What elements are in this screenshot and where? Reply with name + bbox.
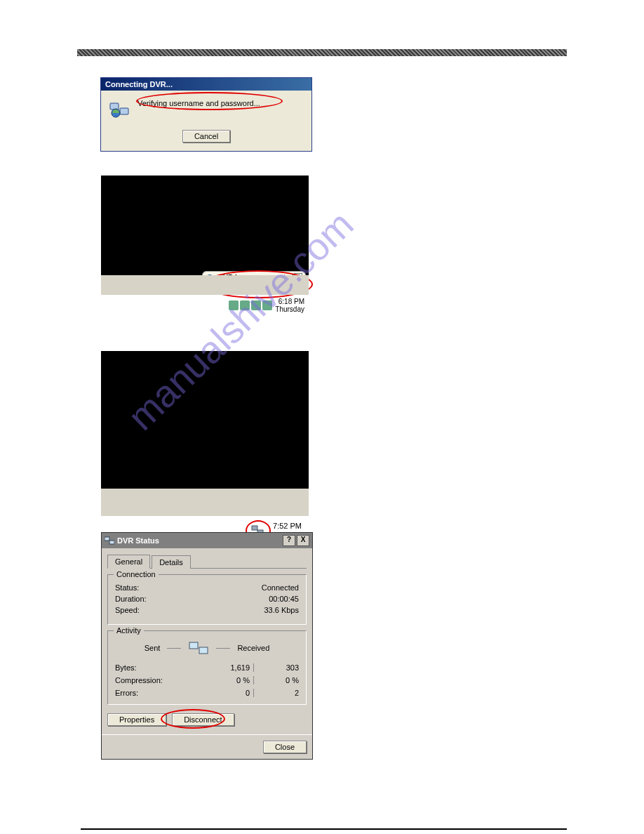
taskbar: 6:18 PM Thursday: [101, 275, 309, 295]
divider: [216, 648, 230, 649]
tray-icons: [229, 300, 272, 310]
network-monitors-icon: [105, 536, 114, 545]
tray-icon[interactable]: [262, 300, 272, 310]
svg-rect-9: [189, 642, 198, 649]
tray-icon[interactable]: [251, 300, 261, 310]
clock-time: 7:52 PM: [269, 521, 302, 531]
errors-sent: 0: [208, 689, 250, 697]
svg-rect-8: [109, 541, 114, 544]
bytes-label: Bytes:: [115, 663, 208, 672]
connection-group: Connection Status: Connected Duration: 0…: [107, 574, 307, 625]
svg-rect-7: [105, 537, 109, 541]
tray-clock: 6:18 PM Thursday: [275, 298, 304, 313]
highlight-oval: [136, 92, 283, 110]
speed-value: 33.6 Kbps: [264, 606, 299, 614]
taskbar: 7:52 PM Thursday: [101, 489, 309, 516]
compression-label: Compression:: [115, 676, 208, 684]
group-legend: Connection: [114, 570, 159, 578]
group-legend: Activity: [114, 626, 144, 635]
connecting-dialog: Connecting DVR... Verifying username and…: [100, 77, 312, 152]
clock-time: 6:18 PM: [275, 298, 304, 305]
activity-group: Activity Sent Received Bytes: 1,619 303: [107, 630, 307, 705]
svg-rect-10: [199, 647, 208, 654]
tab-details[interactable]: Details: [152, 555, 191, 569]
help-button[interactable]: ?: [283, 535, 295, 546]
errors-label: Errors:: [115, 689, 208, 697]
svg-rect-0: [110, 103, 119, 110]
divider: [253, 676, 254, 684]
bytes-received: 303: [257, 663, 299, 672]
sent-label: Sent: [145, 644, 161, 652]
footer-divider: [81, 828, 567, 830]
properties-button[interactable]: Properties: [107, 713, 166, 726]
network-activity-icon: [188, 640, 209, 656]
clock-day: Thursday: [275, 305, 304, 313]
status-value: Connected: [262, 583, 299, 592]
tab-general[interactable]: General: [107, 555, 150, 569]
cancel-button[interactable]: Cancel: [182, 130, 230, 143]
dialog-title: Connecting DVR...: [101, 78, 311, 91]
decorative-border: [77, 49, 567, 56]
disconnect-button[interactable]: Disconnect: [172, 713, 234, 726]
dialog-title: DVR Status: [117, 536, 159, 545]
close-button[interactable]: X: [297, 535, 309, 546]
dvr-status-dialog: DVR Status ? X General Details Connectio…: [101, 532, 313, 760]
divider: [253, 689, 254, 697]
tab-strip: General Details: [107, 554, 307, 569]
status-label: Status:: [115, 583, 139, 592]
speed-label: Speed:: [115, 606, 140, 614]
compression-sent: 0 %: [208, 676, 250, 684]
tray-icon[interactable]: [240, 300, 250, 310]
divider: [167, 648, 181, 649]
divider: [253, 663, 254, 672]
close-dialog-button[interactable]: Close: [263, 741, 307, 753]
desktop-screenshot-2: [101, 351, 309, 489]
duration-label: Duration:: [115, 595, 147, 603]
network-connection-icon: [108, 98, 130, 120]
compression-received: 0 %: [257, 676, 299, 684]
tray-icon[interactable]: [229, 300, 239, 310]
received-label: Received: [237, 644, 269, 652]
duration-value: 00:00:45: [269, 595, 299, 603]
bytes-sent: 1,619: [208, 663, 250, 672]
errors-received: 2: [257, 689, 299, 697]
svg-rect-1: [120, 108, 128, 114]
